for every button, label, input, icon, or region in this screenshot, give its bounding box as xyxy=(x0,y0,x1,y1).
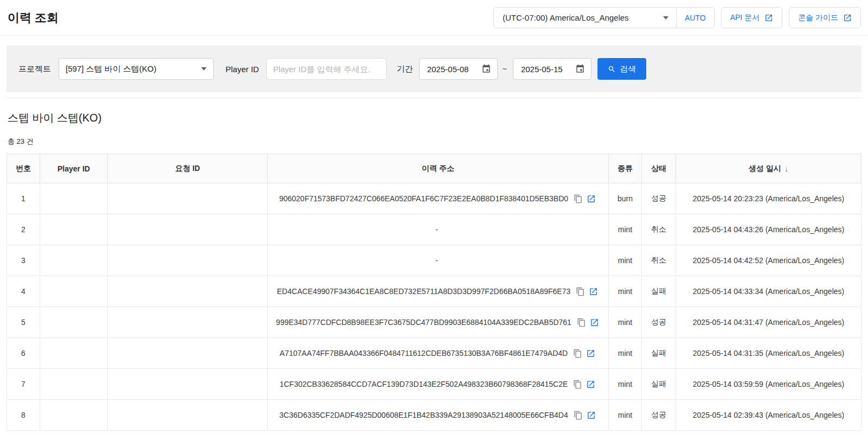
type-cell: mint xyxy=(609,214,642,245)
copy-icon[interactable] xyxy=(575,286,586,297)
search-button[interactable]: 검색 xyxy=(597,58,646,80)
console-guide-button[interactable]: 콘솔 가이드 xyxy=(789,7,861,28)
col-type: 종류 xyxy=(609,154,642,183)
request-id-cell xyxy=(108,338,268,369)
external-link-icon[interactable] xyxy=(585,379,596,390)
table-row: 8 3C36D6335CF2DADF4925D00608E1F1B42B339A… xyxy=(7,400,861,431)
col-player-id: Player ID xyxy=(40,154,108,183)
status-cell: 성공 xyxy=(642,183,676,214)
request-id-cell xyxy=(108,400,268,431)
project-select-value: [597] 스텝 바이 스텝(KO) xyxy=(66,64,157,74)
history-address-cell: A7107AA74FF7BBAA043366F0484711612CDEB673… xyxy=(268,338,609,369)
player-id-input[interactable] xyxy=(266,58,387,80)
sort-descending-icon: ↓ xyxy=(785,164,789,173)
created-at-cell: 2025-05-14 02:39:43 (America/Los_Angeles… xyxy=(676,400,861,431)
history-address: ED4CACE49907F34364C1EA8C8ED732E5711A8D3D… xyxy=(277,287,570,296)
status-cell: 취소 xyxy=(642,214,676,245)
player-id-label: Player ID xyxy=(226,65,259,74)
date-to-input[interactable]: 2025-05-15 xyxy=(513,58,591,80)
total-count: 총 23 건 xyxy=(8,137,860,146)
external-link-icon[interactable] xyxy=(586,410,597,421)
history-address-cell: ED4CACE49907F34364C1EA8C8ED732E5711A8D3D… xyxy=(268,276,609,307)
table-row: 1 906020F71573BFD72427C066EA0520FA1F6C7F… xyxy=(7,183,861,214)
external-link-icon xyxy=(843,14,852,22)
col-history-address: 이력 주소 xyxy=(268,154,609,183)
filter-bar: 프로젝트 [597] 스텝 바이 스텝(KO) Player ID 기간 202… xyxy=(7,46,861,92)
created-at-cell: 2025-05-14 04:43:26 (America/Los_Angeles… xyxy=(676,214,861,245)
timezone-value: (UTC-07:00) America/Los_Angeles xyxy=(503,13,629,22)
player-id-cell xyxy=(40,276,108,307)
external-link-icon[interactable] xyxy=(588,286,599,297)
request-id-cell xyxy=(108,276,268,307)
project-label: 프로젝트 xyxy=(18,64,51,74)
topbar: 이력 조회 (UTC-07:00) America/Los_Angeles AU… xyxy=(0,0,868,36)
copy-icon[interactable] xyxy=(572,348,583,359)
type-cell: mint xyxy=(609,369,642,400)
search-button-label: 검색 xyxy=(620,64,636,74)
table-row: 4 ED4CACE49907F34364C1EA8C8ED732E5711A8D… xyxy=(7,276,861,307)
type-cell: burn xyxy=(609,183,642,214)
console-guide-label: 콘솔 가이드 xyxy=(798,13,838,23)
external-link-icon[interactable] xyxy=(586,193,597,205)
request-id-cell xyxy=(108,307,268,338)
period-label: 기간 xyxy=(397,64,413,74)
history-address: 906020F71573BFD72427C066EA0520FA1F6C7F23… xyxy=(279,194,568,203)
row-number: 4 xyxy=(7,276,40,307)
col-request-id: 요청 ID xyxy=(108,154,268,183)
project-select[interactable]: [597] 스텝 바이 스텝(KO) xyxy=(59,58,214,80)
date-range-separator: ~ xyxy=(503,65,507,73)
api-docs-label: API 문서 xyxy=(730,13,760,23)
timezone-select[interactable]: (UTC-07:00) America/Los_Angeles xyxy=(494,8,676,28)
external-link-icon[interactable] xyxy=(589,317,600,328)
chevron-down-icon xyxy=(201,67,207,71)
section-title: 스텝 바이 스텝(KO) xyxy=(8,111,860,125)
player-id-cell xyxy=(40,369,108,400)
timezone-group: (UTC-07:00) America/Los_Angeles AUTO xyxy=(493,7,715,28)
history-address-cell: - xyxy=(268,214,609,245)
table-row: 2 - mint 취소 2025-05-14 04:43:26 (America… xyxy=(7,214,861,245)
status-cell: 성공 xyxy=(642,400,676,431)
status-cell: 실패 xyxy=(642,338,676,369)
copy-icon[interactable] xyxy=(572,379,583,390)
row-number: 7 xyxy=(7,369,40,400)
history-address-cell: - xyxy=(268,245,609,276)
type-cell: mint xyxy=(609,276,642,307)
status-cell: 실패 xyxy=(642,369,676,400)
row-number: 2 xyxy=(7,214,40,245)
external-link-icon[interactable] xyxy=(585,348,596,359)
table-row: 5 999E34D777CDFCD8B98EE3F7C3675DC477BD99… xyxy=(7,307,861,338)
copy-icon[interactable] xyxy=(573,410,584,421)
history-address-cell: 999E34D777CDFCD8B98EE3F7C3675DC477BD9903… xyxy=(268,307,609,338)
history-address: - xyxy=(435,225,438,234)
history-address-cell: 906020F71573BFD72427C066EA0520FA1F6C7F23… xyxy=(268,183,609,214)
row-number: 8 xyxy=(7,400,40,431)
type-cell: mint xyxy=(609,307,642,338)
request-id-cell xyxy=(108,245,268,276)
status-cell: 성공 xyxy=(642,307,676,338)
table-row: 3 - mint 취소 2025-05-14 04:42:52 (America… xyxy=(7,245,861,276)
search-icon xyxy=(608,65,616,73)
status-cell: 실패 xyxy=(642,276,676,307)
chevron-down-icon xyxy=(663,16,668,20)
api-docs-button[interactable]: API 문서 xyxy=(721,7,782,28)
copy-icon[interactable] xyxy=(576,317,587,328)
date-from-value: 2025-05-08 xyxy=(427,65,469,74)
table-row: 7 1CF302CB33628584CCD7ACF139D73D143E2F50… xyxy=(7,369,861,400)
request-id-cell xyxy=(108,369,268,400)
type-cell: mint xyxy=(609,245,642,276)
type-cell: mint xyxy=(609,400,642,431)
created-at-label: 생성 일시 xyxy=(749,164,781,174)
created-at-sort[interactable]: 생성 일시 ↓ xyxy=(749,164,788,174)
player-id-cell xyxy=(40,338,108,369)
date-to-value: 2025-05-15 xyxy=(521,65,563,74)
history-address: A7107AA74FF7BBAA043366F0484711612CDEB673… xyxy=(280,349,568,358)
player-id-cell xyxy=(40,307,108,338)
copy-icon[interactable] xyxy=(573,193,584,205)
history-address: - xyxy=(435,256,438,265)
timezone-auto-button[interactable]: AUTO xyxy=(676,8,714,28)
date-from-input[interactable]: 2025-05-08 xyxy=(419,58,498,80)
row-number: 3 xyxy=(7,245,40,276)
history-address: 999E34D777CDFCD8B98EE3F7C3675DC477BD9903… xyxy=(276,318,571,327)
type-cell: mint xyxy=(609,338,642,369)
calendar-icon xyxy=(575,64,585,74)
